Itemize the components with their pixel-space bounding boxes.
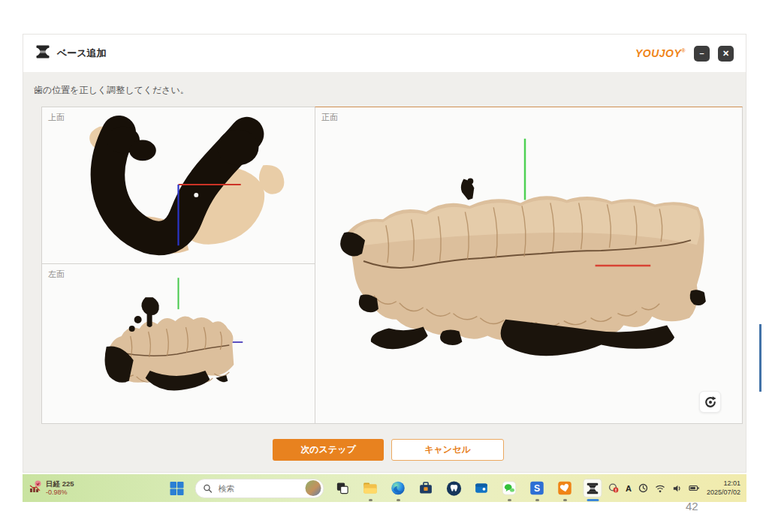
scanner-app-button-active[interactable] <box>584 479 602 497</box>
search-icon <box>204 484 213 493</box>
s-app-letter: S <box>534 483 540 494</box>
top-view-3d-model <box>42 107 315 263</box>
close-button[interactable]: ✕ <box>718 46 734 62</box>
active-app-indicator <box>587 499 599 501</box>
mail-app-button[interactable] <box>472 479 491 497</box>
taskbar-clock[interactable]: 12:01 2025/07/02 <box>707 479 740 497</box>
file-explorer-icon <box>363 480 378 496</box>
page-title: ベース追加 <box>57 47 107 60</box>
screen-edge-blue-strip <box>759 324 761 392</box>
app-window: ベース追加 YOUJOY® – ✕ 歯の位置を正しく調整してください。 上面 <box>23 34 746 473</box>
header-right: YOUJOY® – ✕ <box>635 46 734 62</box>
viewport-side-view[interactable]: 左面 <box>41 263 315 424</box>
windows-logo-icon <box>169 481 184 496</box>
instruction-text: 歯の位置を正しく調整してください。 <box>34 84 743 97</box>
stock-index-name: 日経 225 <box>46 480 74 488</box>
clock-time: 12:01 <box>707 479 740 488</box>
ime-language-indicator[interactable]: A <box>626 484 632 493</box>
edge-browser-icon <box>391 480 406 496</box>
wifi-icon[interactable] <box>655 484 665 493</box>
running-indicator <box>397 499 400 501</box>
taskbar-search-box[interactable] <box>195 479 324 498</box>
top-view-label: 上面 <box>48 112 65 123</box>
brand-logo: YOUJOY® <box>635 47 686 59</box>
side-view-3d-model <box>42 264 315 423</box>
next-step-button[interactable]: 次のステップ <box>273 439 384 461</box>
viewport-left-column: 上面 <box>41 107 315 424</box>
mail-app-icon <box>474 480 490 496</box>
stock-widget-text: 日経 225 -0.98% <box>46 480 74 496</box>
battery-icon[interactable] <box>689 484 700 492</box>
running-indicator <box>535 499 539 501</box>
dental-app-button[interactable] <box>445 479 463 497</box>
task-view-button[interactable] <box>333 479 352 497</box>
volume-icon[interactable] <box>672 484 682 493</box>
messenger-icon <box>502 480 517 496</box>
task-view-icon <box>336 481 350 495</box>
youjoy-app-button[interactable] <box>556 479 574 497</box>
running-indicator <box>369 499 372 501</box>
tooth-app-icon <box>445 480 462 497</box>
clock-date: 2025/07/02 <box>707 488 740 497</box>
sync-alert-icon[interactable] <box>608 483 619 493</box>
reset-view-button[interactable] <box>699 391 721 413</box>
start-button[interactable] <box>167 479 186 497</box>
line-messenger-button[interactable] <box>500 479 519 497</box>
viewport-front-view[interactable]: 正面 <box>315 107 743 424</box>
youjoy-heart-icon <box>557 480 573 496</box>
search-input[interactable] <box>217 483 301 494</box>
file-explorer-button[interactable] <box>361 479 380 497</box>
taskbar-center-group: S <box>167 474 602 502</box>
briefcase-app-icon <box>418 480 434 496</box>
side-view-label: 左面 <box>48 269 65 280</box>
stock-chart-icon <box>29 480 42 497</box>
weather-widget[interactable]: 日経 225 -0.98% <box>29 480 74 497</box>
search-highlight-thumbnail[interactable] <box>306 480 321 496</box>
scanner-app-icon <box>587 482 599 494</box>
app-title-group: ベース追加 <box>35 45 107 62</box>
content-area: 歯の位置を正しく調整してください。 上面 <box>23 72 746 472</box>
viewport-top-view[interactable]: 上面 <box>41 107 315 264</box>
edge-browser-button[interactable] <box>389 479 408 497</box>
briefcase-app-button[interactable] <box>417 479 436 497</box>
clock-sync-icon[interactable] <box>638 483 648 493</box>
cancel-button[interactable]: キャンセル <box>391 439 504 461</box>
system-tray: A <box>593 479 740 497</box>
running-indicator <box>508 499 511 501</box>
front-view-3d-model <box>315 107 742 423</box>
windows-taskbar: 日経 225 -0.98% <box>23 474 746 502</box>
s-app-icon: S <box>529 480 545 496</box>
rotate-reset-icon <box>704 395 717 409</box>
minimize-button[interactable]: – <box>694 46 710 62</box>
slide-page-number: 42 <box>686 500 698 512</box>
viewport-grid: 上面 <box>41 107 743 424</box>
front-view-label: 正面 <box>321 112 338 123</box>
stock-index-change: -0.98% <box>46 488 74 496</box>
running-indicator <box>563 499 567 501</box>
app-header: ベース追加 YOUJOY® – ✕ <box>23 35 746 72</box>
s-app-button[interactable]: S <box>528 479 547 497</box>
action-buttons-row: 次のステップ キャンセル <box>34 439 743 461</box>
scanner-logo-icon <box>35 45 50 62</box>
